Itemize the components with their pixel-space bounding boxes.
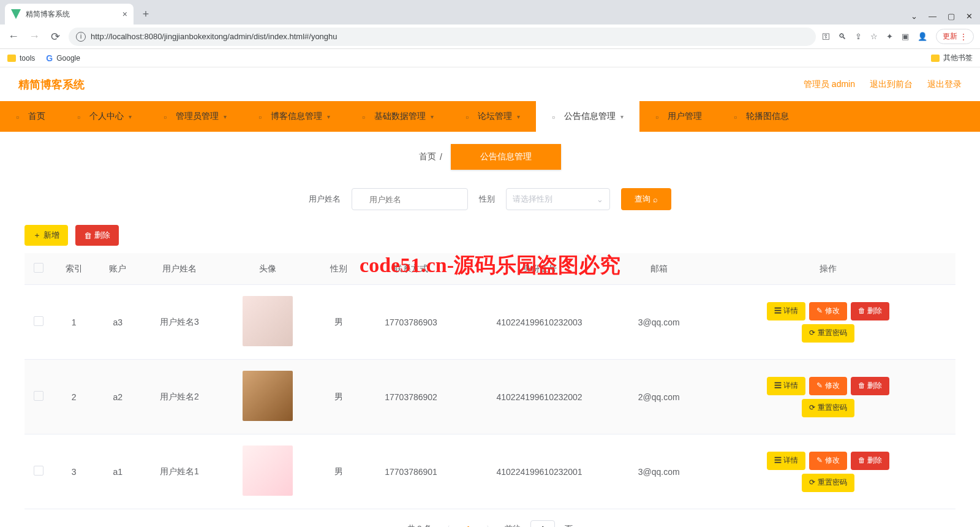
cell-gender: 男: [317, 434, 361, 509]
app-header: 精简博客系统 管理员 admin 退出到前台 退出登录: [0, 67, 980, 101]
filter-gender-select[interactable]: 请选择性别 ⌄: [506, 188, 610, 210]
nav-icon: ▫: [16, 112, 24, 121]
col-7: 身份证号: [462, 253, 617, 285]
update-button[interactable]: 更新⋮: [936, 29, 974, 44]
row-delete-button[interactable]: 🗑 删除: [851, 302, 889, 320]
chevron-down-icon: ▾: [431, 113, 434, 120]
bookmark-tools[interactable]: tools: [7, 54, 35, 63]
reload-icon[interactable]: ⟳: [48, 30, 62, 44]
filter-bar: 用户姓名 ⌕ 性别 请选择性别 ⌄ 查询⌕: [0, 176, 980, 225]
col-0: [24, 253, 52, 285]
browser-tab[interactable]: 精简博客系统 ×: [5, 4, 134, 25]
search-icon: ⌕: [653, 195, 658, 204]
breadcrumb-sep: /: [440, 152, 442, 162]
nav-item-个人中心[interactable]: ▫个人中心▾: [61, 101, 148, 132]
cell-account: a1: [96, 434, 140, 509]
logout-link[interactable]: 退出登录: [927, 79, 962, 90]
col-1: 索引: [52, 253, 96, 285]
nav-item-首页[interactable]: ▫首页: [0, 101, 61, 132]
forward-icon[interactable]: →: [27, 30, 42, 43]
cell-gender: 男: [317, 360, 361, 434]
filter-name-input[interactable]: [352, 188, 468, 210]
nav-item-轮播图信息[interactable]: ▫轮播图信息: [718, 101, 805, 132]
detail-button[interactable]: ☰ 详情: [767, 452, 805, 470]
delete-button[interactable]: 🗑删除: [75, 225, 119, 246]
row-delete-button[interactable]: 🗑 删除: [851, 377, 889, 395]
bookmark-google[interactable]: GGoogle: [46, 53, 80, 63]
row-delete-button[interactable]: 🗑 删除: [851, 452, 889, 470]
query-button[interactable]: 查询⌕: [621, 188, 671, 210]
zoom-icon[interactable]: 🔍︎: [839, 32, 846, 41]
filter-name-label: 用户姓名: [309, 194, 341, 205]
cell-phone: 17703786901: [360, 434, 461, 509]
user-table: 索引账户用户姓名头像性别联系方式身份证号邮箱操作 1a3用户姓名3男177037…: [24, 253, 956, 509]
chevron-down-icon: ▾: [327, 113, 330, 120]
nav-item-管理员管理[interactable]: ▫管理员管理▾: [148, 101, 243, 132]
chevron-down-icon[interactable]: ⌄: [911, 12, 918, 21]
nav-icon: ▫: [258, 112, 267, 121]
edit-button[interactable]: ✎ 修改: [809, 452, 846, 470]
col-4: 头像: [219, 253, 317, 285]
row-checkbox[interactable]: [34, 391, 43, 401]
cell-ops: ☰ 详情✎ 修改🗑 删除⟳ 重置密码: [701, 285, 956, 360]
chevron-down-icon: ▾: [620, 113, 624, 120]
pagination-prev[interactable]: 〈: [439, 521, 454, 528]
address-bar[interactable]: i http://localhost:8080/jingjianbokexito…: [69, 28, 816, 46]
pagination-page-1[interactable]: 1: [461, 522, 475, 528]
cell-avatar: [219, 360, 317, 434]
nav-item-公告信息管理[interactable]: ▫公告信息管理▾: [536, 101, 639, 132]
cell-name: 用户姓名3: [140, 285, 219, 360]
site-info-icon[interactable]: i: [76, 32, 86, 42]
share-icon[interactable]: ⇪: [855, 32, 862, 41]
extensions-icon[interactable]: ✦: [886, 32, 893, 41]
close-window-icon[interactable]: ✕: [966, 12, 973, 21]
table-row: 2a2用户姓名2男177037869024102241996102320022@…: [24, 360, 956, 434]
nav-item-基础数据管理[interactable]: ▫基础数据管理▾: [346, 101, 450, 132]
close-tab-icon[interactable]: ×: [123, 9, 127, 19]
profile-icon[interactable]: 👤: [918, 32, 927, 41]
breadcrumb-current: 公告信息管理: [451, 144, 561, 170]
nav-item-用户管理[interactable]: ▫用户管理: [639, 101, 718, 132]
sidepanel-icon[interactable]: ▣: [902, 32, 909, 41]
new-tab-button[interactable]: +: [137, 6, 154, 23]
checkbox-all[interactable]: [34, 263, 43, 273]
nav-icon: ▫: [164, 112, 172, 121]
nav-icon: ▫: [362, 112, 371, 121]
table-row: 3a1用户姓名1男177037869014102241996102320013@…: [24, 434, 956, 509]
reset-password-button[interactable]: ⟳ 重置密码: [802, 474, 854, 492]
pagination-goto-label: 前往: [505, 523, 521, 527]
cell-idnum: 410224199610232001: [462, 434, 617, 509]
edit-button[interactable]: ✎ 修改: [809, 377, 846, 395]
add-button[interactable]: ＋新增: [24, 225, 68, 246]
detail-button[interactable]: ☰ 详情: [767, 377, 805, 395]
breadcrumb-home[interactable]: 首页: [419, 151, 436, 162]
pagination-next[interactable]: 〉: [483, 521, 497, 528]
avatar: [243, 296, 293, 346]
cell-gender: 男: [317, 285, 361, 360]
bookmark-other[interactable]: 其他书签: [931, 53, 973, 63]
google-icon: G: [46, 53, 53, 63]
detail-button[interactable]: ☰ 详情: [767, 302, 805, 320]
maximize-icon[interactable]: ▢: [948, 12, 955, 21]
row-checkbox[interactable]: [34, 316, 43, 326]
col-5: 性别: [317, 253, 361, 285]
back-icon[interactable]: ←: [6, 30, 21, 43]
nav-item-论坛管理[interactable]: ▫论坛管理▾: [450, 101, 536, 132]
cell-avatar: [219, 434, 317, 509]
browser-tab-strip: 精简博客系统 × + ⌄ — ▢ ✕: [0, 0, 980, 25]
reset-password-button[interactable]: ⟳ 重置密码: [802, 399, 854, 417]
row-checkbox[interactable]: [34, 466, 43, 476]
edit-button[interactable]: ✎ 修改: [809, 302, 846, 320]
nav-item-博客信息管理[interactable]: ▫博客信息管理▾: [243, 101, 346, 132]
to-front-link[interactable]: 退出到前台: [870, 79, 913, 90]
admin-label[interactable]: 管理员 admin: [804, 79, 855, 90]
cell-name: 用户姓名1: [140, 434, 219, 509]
minimize-icon[interactable]: —: [929, 12, 937, 21]
cell-phone: 17703786903: [360, 285, 461, 360]
key-icon[interactable]: ⚿: [822, 32, 830, 41]
star-icon[interactable]: ☆: [870, 32, 878, 41]
pagination-goto-input[interactable]: [530, 520, 555, 527]
cell-idnum: 410224199610232003: [462, 285, 617, 360]
reset-password-button[interactable]: ⟳ 重置密码: [802, 324, 854, 343]
breadcrumb-wrap: 首页 / 公告信息管理: [0, 132, 980, 176]
